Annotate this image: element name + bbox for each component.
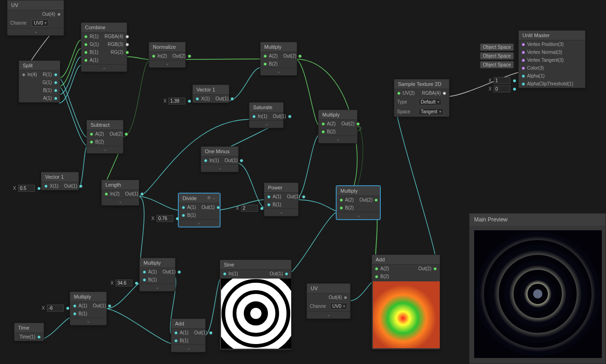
object-space-badge: Object Space <box>480 44 514 51</box>
x-field-alphaclip[interactable]: X <box>489 85 516 92</box>
x-field-alpha[interactable]: X <box>489 77 516 84</box>
node-subtract[interactable]: Subtract A(2) B(2) Out(2) ⌄ <box>86 120 124 154</box>
gear-icon[interactable]: ⚙ ⌄ <box>207 195 216 201</box>
node-uv-1[interactable]: UV Out(4) Channe UV0 ⌄ <box>7 0 64 36</box>
node-vector1-a[interactable]: Vector 1 X(1) Out(1) <box>192 84 229 103</box>
svg-rect-5 <box>373 281 440 348</box>
node-normalize[interactable]: Normalize In(2) Out(2) ⌄ <box>149 42 186 68</box>
node-multiply-4[interactable]: Multiply A(1) B(1) Out(1) ⌄ <box>139 258 176 292</box>
node-add-2[interactable]: Add A(2) B(2) Out(2) <box>371 254 440 350</box>
x-field-power[interactable]: X <box>236 205 263 212</box>
svg-point-1 <box>250 308 261 319</box>
node-length[interactable]: Length In(2) Out(1) ⌄ <box>101 180 139 206</box>
node-unlit-master[interactable]: Unlit Master Vertex Position(3) Vertex N… <box>518 30 586 88</box>
node-power[interactable]: Power A(1) B(1) Out(1) ⌄ <box>264 182 299 216</box>
port-out[interactable]: Out(4) <box>39 10 64 18</box>
space-dropdown[interactable]: Tangent <box>418 108 443 115</box>
x-field-vector1a[interactable]: X <box>163 98 191 104</box>
sine-preview <box>221 279 291 349</box>
node-saturate[interactable]: Saturate In(1) Out(1) ⌄ <box>249 102 284 128</box>
x-field-divide[interactable]: X <box>151 215 179 222</box>
node-divide[interactable]: Divide ⚙ ⌄ A(1) B(1) Out(1) ⌄ <box>178 193 220 227</box>
node-multiply-2[interactable]: Multiply A(2) B(2) Out(2) ⌄ <box>318 110 358 143</box>
svg-point-11 <box>533 289 542 299</box>
node-uv-2[interactable]: UV Out(4) Channe UV0 ⌄ <box>306 283 351 319</box>
node-title: UV <box>7 0 64 10</box>
node-oneminus[interactable]: One Minus In(1) Out(1) ⌄ <box>201 146 239 172</box>
node-combine[interactable]: Combine R(1) G(1) B(1) A(1) RGBA(4) RGB(… <box>81 22 127 72</box>
node-sine[interactable]: Sine In(1) Out(1) <box>220 260 292 350</box>
type-dropdown[interactable]: Default <box>418 98 442 105</box>
uv2-channel-dropdown[interactable]: UV0 <box>330 303 347 310</box>
node-vector1-b[interactable]: Vector 1 X(1) Out(1) <box>41 172 79 190</box>
node-multiply-5[interactable]: Multiply A(1) B(1) Out(1) ⌄ <box>70 292 107 325</box>
preview-title: Main Preview <box>469 214 606 226</box>
main-preview-image <box>474 230 602 358</box>
node-multiply-3[interactable]: Multiply A(2) B(2) Out(2) ⌄ <box>336 186 380 220</box>
add-preview <box>373 281 440 348</box>
x-field-multiply4[interactable]: X <box>111 280 138 286</box>
node-sample-texture-2d[interactable]: Sample Texture 2D UV(2) RGBA(4) TypeDefa… <box>394 79 450 117</box>
main-preview-panel[interactable]: Main Preview <box>469 213 606 364</box>
node-time[interactable]: Time Time(1) <box>14 323 44 341</box>
x-field-multiply5[interactable]: X <box>42 305 69 312</box>
node-split[interactable]: Split In(4) R(1) G(1) B(1) A(1) <box>19 60 60 103</box>
collapse-toggle[interactable]: ⌄ <box>7 28 64 35</box>
uv-channel-dropdown[interactable]: UV0 <box>32 20 49 26</box>
node-add-1[interactable]: Add A(1) B(1) Out(1) ⌄ <box>171 318 206 352</box>
node-multiply-1[interactable]: Multiply A(2) B(2) Out(2) ⌄ <box>260 42 297 76</box>
x-field-vector1b[interactable]: X <box>13 185 40 192</box>
port-in[interactable]: In(4) <box>19 71 40 78</box>
